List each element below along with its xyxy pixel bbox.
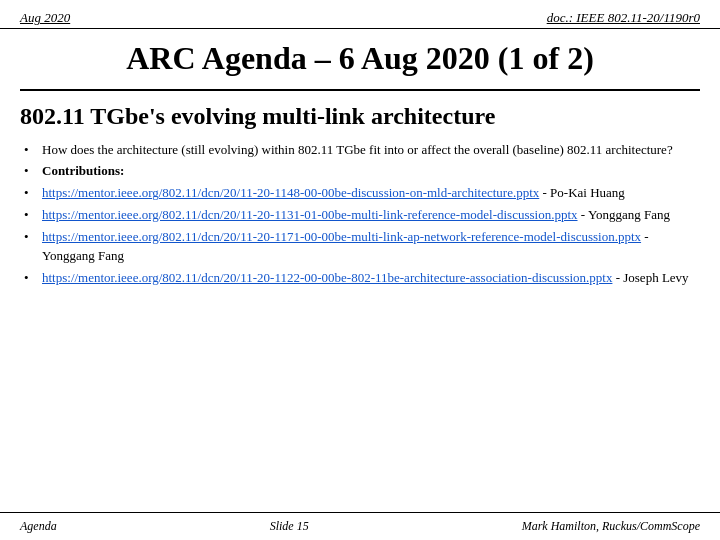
divider [20,89,700,91]
item-text: Contributions: [42,162,700,181]
slide-header: Aug 2020 doc.: IEEE 802.11-20/1190r0 [0,0,720,29]
link-1131[interactable]: https://mentor.ieee.org/802.11/dcn/20/11… [42,207,578,222]
item-text: https://mentor.ieee.org/802.11/dcn/20/11… [42,206,700,225]
link-1171[interactable]: https://mentor.ieee.org/802.11/dcn/20/11… [42,229,641,244]
item-text: https://mentor.ieee.org/802.11/dcn/20/11… [42,184,700,203]
bullet-icon: • [24,141,38,160]
content-area: • How does the architecture (still evolv… [0,141,720,288]
bullet-icon: • [24,184,38,203]
author-joseph-levy: - Joseph Levy [616,270,689,285]
slide: Aug 2020 doc.: IEEE 802.11-20/1190r0 ARC… [0,0,720,540]
list-item: • https://mentor.ieee.org/802.11/dcn/20/… [20,206,700,225]
bullet-icon: • [24,206,38,225]
author-po-kai: - Po-Kai Huang [543,185,625,200]
footer-right: Mark Hamilton, Ruckus/CommScope [522,519,700,534]
bullet-list: • How does the architecture (still evolv… [20,141,700,288]
header-doc: doc.: IEEE 802.11-20/1190r0 [547,10,700,26]
item-text: https://mentor.ieee.org/802.11/dcn/20/11… [42,269,700,288]
main-title: ARC Agenda – 6 Aug 2020 (1 of 2) [0,29,720,89]
footer-left: Agenda [20,519,57,534]
list-item: • Contributions: [20,162,700,181]
header-date: Aug 2020 [20,10,70,26]
bullet-icon: • [24,269,38,288]
bullet-icon: • [24,228,38,247]
link-1122[interactable]: https://mentor.ieee.org/802.11/dcn/20/11… [42,270,612,285]
link-1148[interactable]: https://mentor.ieee.org/802.11/dcn/20/11… [42,185,539,200]
item-text: How does the architecture (still evolvin… [42,141,700,160]
section-title: 802.11 TGbe's evolving multi-link archit… [0,97,720,140]
list-item: • https://mentor.ieee.org/802.11/dcn/20/… [20,228,700,266]
list-item: • How does the architecture (still evolv… [20,141,700,160]
bullet-icon: • [24,162,38,181]
list-item: • https://mentor.ieee.org/802.11/dcn/20/… [20,184,700,203]
author-yonggang-1: - Yonggang Fang [581,207,670,222]
footer-center: Slide 15 [270,519,309,534]
item-text: https://mentor.ieee.org/802.11/dcn/20/11… [42,228,700,266]
slide-footer: Agenda Slide 15 Mark Hamilton, Ruckus/Co… [0,512,720,540]
list-item: • https://mentor.ieee.org/802.11/dcn/20/… [20,269,700,288]
